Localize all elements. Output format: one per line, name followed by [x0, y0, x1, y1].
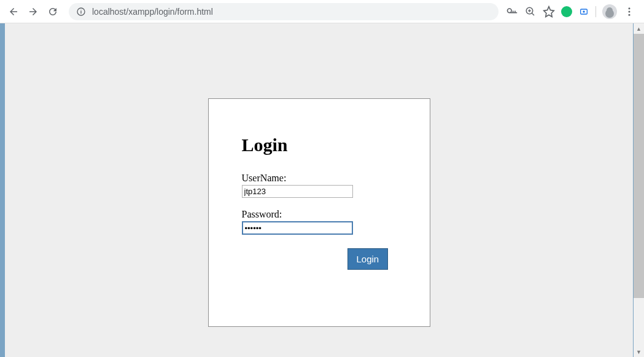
svg-point-11: [629, 14, 630, 15]
scrollbar-up-arrow-icon[interactable]: ▲: [634, 23, 644, 34]
arrow-left-icon: [8, 6, 19, 17]
login-title: Login: [242, 135, 397, 155]
scrollbar-thumb[interactable]: [634, 34, 644, 298]
login-form-container: Login UserName: Password: Login: [208, 98, 430, 327]
key-icon[interactable]: [506, 6, 518, 18]
forward-button[interactable]: [25, 3, 42, 20]
viewport-frame: Login UserName: Password: Login ▲ ▼: [0, 23, 644, 357]
svg-point-10: [629, 10, 630, 12]
login-button[interactable]: Login: [347, 248, 389, 270]
username-label: UserName:: [242, 173, 397, 184]
page-viewport: Login UserName: Password: Login: [5, 23, 633, 357]
back-button[interactable]: [5, 3, 22, 20]
password-input[interactable]: [242, 221, 353, 235]
username-input[interactable]: [242, 185, 353, 198]
svg-point-8: [583, 10, 584, 12]
password-group: Password:: [242, 209, 397, 235]
toolbar-right-group: [506, 4, 639, 19]
vertical-scrollbar[interactable]: ▲ ▼: [634, 23, 644, 357]
svg-line-4: [532, 13, 534, 15]
zoom-icon[interactable]: [524, 6, 537, 18]
extension-blue-icon[interactable]: [578, 6, 589, 17]
browser-toolbar: localhost/xampp/login/form.html: [0, 0, 644, 23]
site-info-icon[interactable]: [76, 7, 86, 17]
username-group: UserName:: [242, 173, 397, 198]
menu-dots-icon[interactable]: [623, 6, 635, 18]
reload-icon: [47, 6, 58, 17]
address-bar[interactable]: localhost/xampp/login/form.html: [69, 3, 499, 20]
profile-avatar-icon[interactable]: [602, 4, 617, 19]
bookmark-star-icon[interactable]: [543, 6, 555, 18]
url-text: localhost/xampp/login/form.html: [92, 7, 213, 17]
scrollbar-down-arrow-icon[interactable]: ▼: [634, 347, 644, 357]
nav-button-group: [5, 3, 61, 20]
svg-point-9: [629, 7, 630, 9]
password-label: Password:: [242, 209, 397, 220]
extension-grammarly-icon[interactable]: [561, 6, 572, 17]
arrow-right-icon: [28, 6, 39, 17]
reload-button[interactable]: [44, 3, 61, 20]
toolbar-divider: [596, 6, 596, 17]
